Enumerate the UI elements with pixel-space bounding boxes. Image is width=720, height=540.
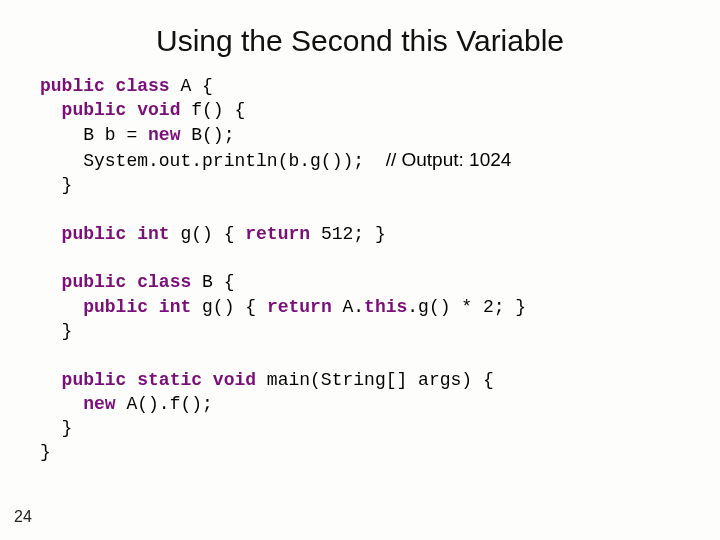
kw-public: public (40, 76, 105, 96)
code-text: g() { (170, 224, 246, 244)
code-text: B { (191, 272, 234, 292)
code-comment: // Output: 1024 (386, 149, 512, 170)
kw-public: public (40, 224, 126, 244)
code-text: .g() * 2; } (407, 297, 526, 317)
kw-class: class (126, 272, 191, 292)
kw-new: new (148, 125, 180, 145)
kw-static: static (126, 370, 202, 390)
kw-return: return (267, 297, 332, 317)
code-text: } (40, 175, 72, 195)
slide-title: Using the Second this Variable (0, 0, 720, 74)
kw-class: class (105, 76, 170, 96)
code-text: B b = (40, 125, 148, 145)
code-text: g() { (191, 297, 267, 317)
kw-public: public (40, 297, 148, 317)
kw-public: public (40, 272, 126, 292)
code-text: B(); (180, 125, 234, 145)
kw-public: public (40, 370, 126, 390)
code-text: } (40, 321, 72, 341)
kw-public: public (40, 100, 126, 120)
kw-void: void (202, 370, 256, 390)
kw-return: return (245, 224, 310, 244)
code-text: A. (332, 297, 364, 317)
code-text: 512; } (310, 224, 386, 244)
code-text: } (40, 418, 72, 438)
code-block: public class A { public void f() { B b =… (40, 74, 720, 465)
code-text: A { (170, 76, 213, 96)
kw-int: int (148, 297, 191, 317)
kw-new: new (40, 394, 116, 414)
kw-void: void (126, 100, 180, 120)
kw-int: int (126, 224, 169, 244)
code-text: } (40, 442, 51, 462)
code-text: System.out.println(b.g()); (40, 151, 386, 171)
kw-this: this (364, 297, 407, 317)
code-text: main(String[] args) { (256, 370, 494, 390)
page-number: 24 (14, 508, 32, 526)
code-text: A().f(); (116, 394, 213, 414)
code-text: f() { (180, 100, 245, 120)
